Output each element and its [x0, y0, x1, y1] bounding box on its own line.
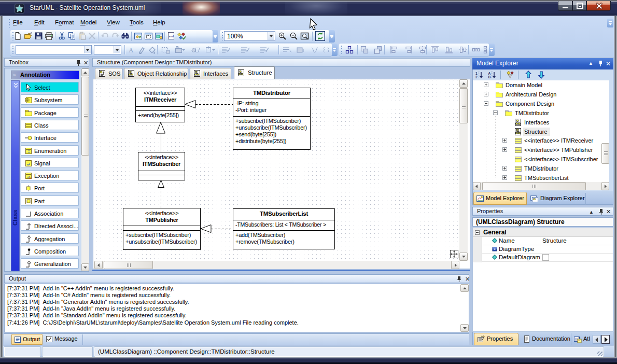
- svg-text:xml: xml: [169, 35, 174, 38]
- svg-text:2: 2: [475, 75, 478, 79]
- svg-text:A: A: [129, 46, 134, 54]
- svg-text:1: 1: [475, 72, 478, 75]
- svg-text:B: B: [488, 75, 491, 79]
- svg-text:A: A: [488, 72, 491, 75]
